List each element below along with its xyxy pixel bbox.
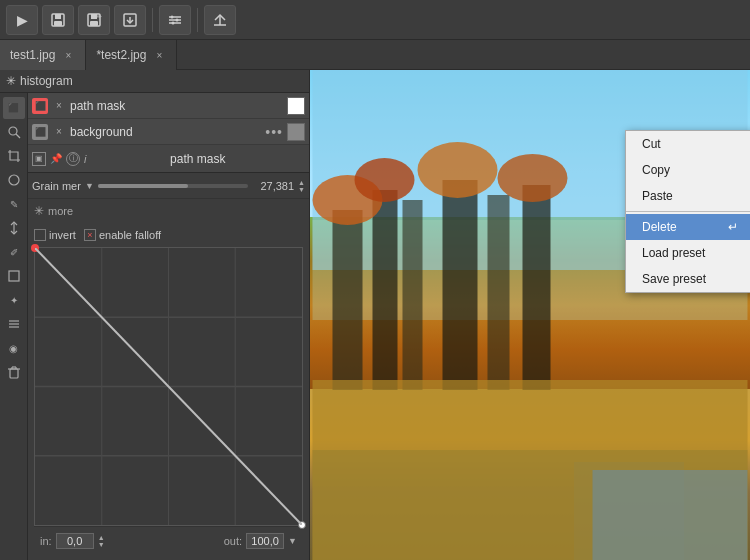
- panel-content: ⬛ × path mask ⬛ × background ••• ▣ 📌: [28, 93, 309, 560]
- share-button[interactable]: [204, 5, 236, 35]
- slider-value: 27,381: [252, 180, 294, 192]
- save-button[interactable]: [42, 5, 74, 35]
- context-paste[interactable]: Paste: [626, 183, 750, 209]
- svg-point-19: [9, 175, 19, 185]
- main-area: ✳ histogram ⬛: [0, 70, 750, 560]
- module-italic-icon: i: [84, 153, 86, 165]
- module-square-icon: ▣: [32, 152, 46, 166]
- invert-option[interactable]: invert: [34, 229, 76, 241]
- toolbar-separator: [152, 8, 153, 32]
- icon-bar-circle2[interactable]: ◉: [3, 337, 25, 359]
- invert-checkbox[interactable]: [34, 229, 46, 241]
- icon-bar-select[interactable]: [3, 265, 25, 287]
- histogram-label: histogram: [20, 74, 73, 88]
- context-cut-label: Cut: [642, 137, 661, 151]
- settings-button[interactable]: [159, 5, 191, 35]
- grain-label: Grain mer: [32, 180, 81, 192]
- falloff-checkbox[interactable]: ×: [84, 229, 96, 241]
- icon-bar-trash[interactable]: [3, 361, 25, 383]
- icon-bar-star[interactable]: ✦: [3, 289, 25, 311]
- image-ground: [310, 389, 750, 561]
- context-copy[interactable]: Copy: [626, 157, 750, 183]
- module-pin-icon[interactable]: 📌: [50, 153, 62, 164]
- icon-bar-layers[interactable]: ⬛: [3, 97, 25, 119]
- context-cut[interactable]: Cut: [626, 131, 750, 157]
- context-load-preset[interactable]: Load preset: [626, 240, 750, 266]
- svg-line-18: [16, 134, 20, 138]
- grain-dropdown[interactable]: ▼: [85, 181, 94, 191]
- layer2-close[interactable]: ×: [52, 125, 66, 139]
- slider-fill: [98, 184, 188, 188]
- icon-bar: ⬛ ✎: [0, 93, 28, 560]
- in-arrows[interactable]: ▲ ▼: [98, 534, 105, 548]
- tab-test2-close[interactable]: ×: [152, 48, 166, 62]
- layer-path-mask[interactable]: ⬛ × path mask: [28, 93, 309, 119]
- tab-bar: test1.jpg × *test2.jpg ×: [0, 40, 750, 70]
- invert-label: invert: [49, 229, 76, 241]
- more-row[interactable]: ✳ more: [28, 199, 309, 223]
- svg-rect-25: [10, 369, 18, 378]
- left-panel: ✳ histogram ⬛: [0, 70, 310, 560]
- export-button[interactable]: [114, 5, 146, 35]
- icon-bar-zoom[interactable]: [3, 121, 25, 143]
- more-icon: ✳: [34, 204, 44, 218]
- curve-canvas[interactable]: [34, 247, 303, 526]
- svg-point-12: [171, 15, 174, 18]
- tab-test1-label: test1.jpg: [10, 48, 55, 62]
- right-panel: Cut Copy Paste Delete ↵ Load preset Save…: [310, 70, 750, 560]
- toolbar: ▶ ✏: [0, 0, 750, 40]
- left-content: ⬛ ✎: [0, 93, 309, 560]
- tab-test2[interactable]: *test2.jpg ×: [86, 40, 177, 70]
- module-name-label: path mask: [90, 152, 305, 166]
- icon-bar-circle[interactable]: [3, 169, 25, 191]
- slider-track[interactable]: [98, 184, 248, 188]
- icon-bar-pen[interactable]: ✎: [3, 193, 25, 215]
- tab-test1[interactable]: test1.jpg ×: [0, 40, 86, 70]
- module-header: ▣ 📌 ⓘ i path mask: [28, 145, 309, 173]
- context-save-preset[interactable]: Save preset: [626, 266, 750, 292]
- out-label: out:: [224, 535, 242, 547]
- slider-row: Grain mer ▼ 27,381 ▲ ▼: [28, 173, 309, 199]
- slider-arrows[interactable]: ▲ ▼: [298, 179, 305, 193]
- icon-bar-edit[interactable]: ✐: [3, 241, 25, 263]
- bottom-input-row: in: ▲ ▼ out: ▼: [34, 526, 303, 554]
- in-label: in:: [40, 535, 52, 547]
- svg-text:✏: ✏: [96, 13, 102, 20]
- context-menu: Cut Copy Paste Delete ↵ Load preset Save…: [625, 130, 750, 293]
- module-info-icon[interactable]: ⓘ: [66, 152, 80, 166]
- svg-rect-2: [54, 21, 62, 26]
- icon-bar-menu[interactable]: [3, 313, 25, 335]
- layer-background[interactable]: ⬛ × background •••: [28, 119, 309, 145]
- in-value-input[interactable]: [56, 533, 94, 549]
- context-save-preset-label: Save preset: [642, 272, 706, 286]
- curve-area: invert × enable falloff: [28, 223, 309, 560]
- falloff-label: enable falloff: [99, 229, 161, 241]
- falloff-option[interactable]: × enable falloff: [84, 229, 161, 241]
- icon-bar-arrow[interactable]: [3, 217, 25, 239]
- svg-point-14: [172, 21, 175, 24]
- save-as-button[interactable]: ✏: [78, 5, 110, 35]
- tab-test1-close[interactable]: ×: [61, 48, 75, 62]
- out-arrow: ▼: [288, 536, 297, 546]
- tab-test2-label: *test2.jpg: [96, 48, 146, 62]
- more-label: more: [48, 205, 73, 217]
- context-copy-label: Copy: [642, 163, 670, 177]
- layer1-thumb: [287, 97, 305, 115]
- layer2-icon: ⬛: [32, 124, 48, 140]
- context-separator: [626, 211, 750, 212]
- icon-bar-crop[interactable]: [3, 145, 25, 167]
- curve-options: invert × enable falloff: [34, 229, 303, 241]
- curve-svg: [35, 248, 302, 525]
- play-button[interactable]: ▶: [6, 5, 38, 35]
- context-delete-label: Delete: [642, 220, 677, 234]
- context-delete[interactable]: Delete ↵: [626, 214, 750, 240]
- histogram-icon: ✳: [6, 74, 16, 88]
- context-paste-label: Paste: [642, 189, 673, 203]
- layer1-icon: ⬛: [32, 98, 48, 114]
- svg-rect-21: [9, 271, 19, 281]
- context-load-preset-label: Load preset: [642, 246, 705, 260]
- svg-point-17: [9, 127, 17, 135]
- context-delete-arrow: ↵: [728, 220, 738, 234]
- out-value-input[interactable]: [246, 533, 284, 549]
- layer1-close[interactable]: ×: [52, 99, 66, 113]
